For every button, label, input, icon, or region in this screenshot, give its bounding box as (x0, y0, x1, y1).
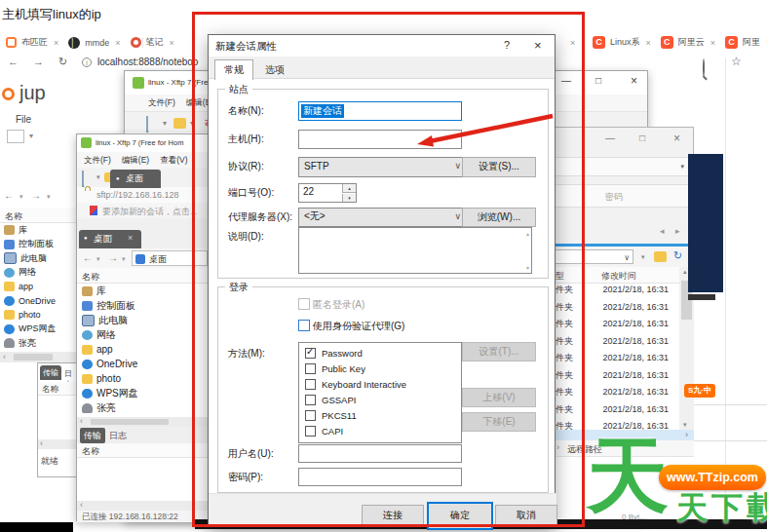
close-icon[interactable]: × (673, 132, 680, 145)
file-row[interactable]: 此电脑 (77, 313, 209, 327)
nav-back-icon[interactable]: ← (4, 190, 14, 201)
cancel-button[interactable]: 取消 (495, 505, 557, 527)
dropdown-caret-icon[interactable]: ▾ (680, 163, 684, 171)
transfer-tab[interactable]: 传输 (40, 365, 61, 380)
file-row[interactable]: app (0, 280, 78, 294)
caret-icon[interactable]: ▾ (96, 255, 100, 263)
caret-icon[interactable]: ▾ (19, 193, 23, 201)
method-checkbox[interactable] (305, 395, 316, 405)
browser-tab[interactable]: 笔记 × (131, 36, 174, 49)
tab-close-icon[interactable]: × (710, 38, 715, 48)
url-text[interactable]: localhost:8888/noteboo (97, 57, 205, 67)
file-row[interactable]: 控制面板 (0, 238, 78, 252)
h-scroll-band[interactable]: › (549, 430, 694, 440)
modified-column-header[interactable]: 修改时间 (601, 270, 636, 283)
search-icon[interactable] (703, 58, 705, 77)
nav-forward-icon[interactable]: → (31, 190, 41, 201)
h-scrollbar[interactable]: ‹ (77, 501, 209, 511)
description-textarea[interactable]: ▴ ▾ (298, 227, 532, 274)
minimize-icon[interactable]: — (605, 133, 615, 143)
auth-method-row[interactable]: GSSAPI (299, 392, 461, 407)
method-checkbox[interactable] (305, 379, 316, 390)
scroll-left-icon[interactable]: ‹ (3, 352, 6, 361)
log-tab[interactable]: 日志 (109, 430, 127, 442)
partial-tab-close-icon[interactable]: × (570, 38, 575, 48)
file-row[interactable]: 控制面板 (77, 298, 209, 313)
method-checkbox[interactable] (305, 410, 316, 421)
path-box[interactable]: 桌面 (132, 250, 208, 266)
menu-item[interactable]: 查看(V) (160, 155, 187, 165)
dialog-titlebar[interactable]: 新建会话属性 ? × (209, 35, 555, 57)
browser-tab[interactable]: C 阿里 × (725, 36, 767, 49)
caret-icon[interactable]: ▾ (163, 119, 167, 128)
name-input[interactable]: 新建会话 (298, 101, 462, 121)
maximize-icon[interactable]: □ (595, 75, 601, 86)
scroll-down-icon[interactable]: ▾ (683, 421, 687, 429)
file-row[interactable]: 网络 (77, 327, 209, 342)
auth-method-row[interactable]: PKCS11 (299, 407, 461, 423)
method-checkbox[interactable] (305, 363, 316, 374)
file-date-row[interactable]: 件夹 2021/2/18, 16:31 (549, 386, 679, 403)
method-listbox[interactable]: Password Public Key Keyboard Interactive… (298, 342, 462, 443)
expand-icon[interactable]: › (556, 442, 559, 452)
file-date-row[interactable]: 件夹 2021/2/18, 16:31 (549, 318, 679, 335)
scroll-up-icon[interactable]: ▴ (526, 230, 529, 237)
host-input[interactable] (298, 130, 462, 149)
desktop-tab[interactable]: ● 桌面 × (79, 230, 141, 248)
file-row[interactable]: WPS网盘 (77, 386, 209, 400)
tab-close-icon[interactable]: × (115, 38, 120, 48)
help-icon[interactable]: ? (504, 39, 510, 51)
file-date-row[interactable]: 件夹 2021/2/18, 16:31 (549, 352, 679, 369)
browse-button[interactable]: 浏览(W)... (462, 208, 536, 227)
name-column-header[interactable]: 名称 (82, 271, 99, 284)
proxy-combo[interactable]: <无> ∨ (298, 208, 467, 227)
browser-tab[interactable]: mmde × (68, 36, 120, 49)
file-date-row[interactable]: 件夹 2021/2/18, 16:31 (549, 403, 679, 421)
move-down-button[interactable]: 下移(E) (462, 412, 536, 432)
jupyter-file-menu[interactable]: File (16, 114, 31, 125)
tab-close-icon[interactable]: × (54, 38, 58, 48)
file-row[interactable]: photo (77, 371, 209, 386)
h-scrollbar[interactable]: ‹ (38, 439, 78, 449)
save-caret-icon[interactable]: ▾ (29, 132, 33, 140)
caret-icon[interactable]: ▾ (96, 173, 100, 181)
auth-method-row[interactable]: CAPI (299, 423, 461, 438)
file-row[interactable]: 库 (77, 284, 209, 298)
refresh-icon[interactable]: ↻ (58, 56, 67, 68)
scroll-right-icon[interactable]: › (685, 430, 688, 439)
path-combo[interactable]: ∨ (552, 249, 633, 264)
connect-button[interactable]: 连接 (362, 505, 424, 527)
caret-icon[interactable]: ▾ (190, 119, 194, 128)
password-field[interactable]: 密码 (555, 184, 689, 208)
auth-method-row[interactable]: Public Key (299, 361, 461, 376)
scroll-left-icon[interactable]: ‹ (40, 438, 43, 448)
scroll-left-icon[interactable]: ‹ (80, 500, 83, 510)
file-row[interactable]: app (77, 342, 209, 357)
tab-close-icon[interactable]: × (646, 38, 651, 48)
file-date-row[interactable]: 件夹 2021/2/18, 16:31 (549, 420, 679, 430)
file-date-row[interactable]: 件夹 2021/2/18, 16:31 (549, 369, 679, 387)
file-row[interactable]: 库 (0, 223, 78, 238)
menu-item[interactable]: 编辑(E) (122, 155, 149, 165)
scroll-thumb[interactable] (14, 354, 53, 361)
file-row[interactable]: OneDrive (77, 357, 209, 371)
type-column-header[interactable]: 型 (556, 270, 564, 283)
method-checkbox[interactable] (305, 348, 316, 359)
transfer-tab[interactable]: 传输 (80, 428, 105, 443)
file-row[interactable]: 网络 (0, 266, 78, 281)
name-column-header[interactable]: 名称 (5, 210, 22, 223)
spin-up-icon[interactable]: ▴ (342, 184, 356, 193)
file-row[interactable]: WPS网盘 (0, 323, 78, 337)
menu-item[interactable]: 文件(F) (148, 97, 175, 107)
auth-agent-checkbox[interactable] (298, 320, 310, 331)
nav-back-icon[interactable]: ← (83, 252, 93, 263)
password-input[interactable] (298, 468, 462, 486)
file-row[interactable]: OneDrive (0, 294, 78, 309)
tab-close-icon[interactable]: × (128, 233, 133, 243)
browser-tab[interactable]: C 阿里云 × (661, 36, 715, 49)
session-field[interactable]: ▾ (555, 157, 689, 176)
scroll-left-icon[interactable]: ‹ (80, 416, 83, 426)
file-row[interactable]: 张亮 (77, 400, 209, 415)
auth-method-row[interactable]: Keyboard Interactive (299, 376, 461, 392)
move-up-button[interactable]: 上移(V) (462, 388, 536, 407)
